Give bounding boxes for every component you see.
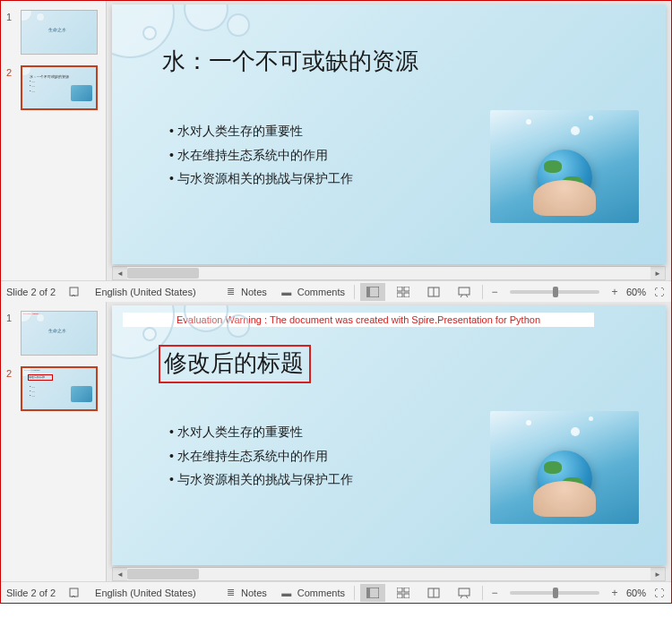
divider (354, 285, 355, 299)
scroll-track[interactable] (127, 568, 650, 580)
bullet-item: 水在维持生态系统中的作用 (169, 143, 353, 167)
status-bar: Slide 2 of 2 English (United States) ≣No… (1, 280, 671, 302)
slide-counter: Slide 2 of 2 (6, 287, 56, 297)
scroll-right-button[interactable]: ► (650, 568, 665, 580)
slideshow-view-button[interactable] (452, 584, 477, 602)
language-indicator[interactable]: English (United States) (95, 287, 196, 297)
workspace: 1 生命之水 2 水：一个不可或缺的资源• ...• ...• ... 水：一个… (1, 1, 671, 280)
slide-title[interactable]: 水：一个不可或缺的资源 (162, 46, 418, 77)
normal-view-button[interactable] (360, 584, 385, 602)
scroll-thumb[interactable] (127, 569, 199, 579)
svg-rect-16 (404, 588, 409, 592)
comments-button[interactable]: ▬Comments (276, 283, 349, 301)
reading-view-button[interactable] (421, 584, 446, 602)
thumbnail-number: 2 (6, 65, 17, 78)
scroll-left-button[interactable]: ◄ (113, 568, 127, 580)
status-bar: Slide 2 of 2 English (United States) ≣No… (1, 581, 671, 603)
scroll-track[interactable] (127, 267, 650, 279)
svg-rect-18 (404, 594, 409, 598)
notes-button[interactable]: ≣Notes (220, 584, 271, 602)
svg-rect-12 (70, 588, 78, 596)
bullet-item: 水对人类生存的重要性 (169, 420, 353, 444)
notes-button[interactable]: ≣Notes (220, 283, 271, 301)
comments-icon: ▬ (280, 586, 294, 600)
comments-button[interactable]: ▬Comments (276, 584, 349, 602)
svg-rect-9 (459, 287, 470, 295)
svg-rect-6 (404, 293, 409, 297)
zoom-slider[interactable] (510, 290, 599, 294)
svg-rect-0 (70, 287, 78, 296)
svg-rect-4 (404, 287, 409, 291)
thumbnail-title-text: 生命之水 (48, 27, 66, 32)
horizontal-scrollbar[interactable]: ◄ ► (112, 266, 666, 280)
zoom-percentage[interactable]: 60% (626, 287, 646, 297)
thumbnail-slide-2[interactable]: 水：一个不可或缺的资源• ...• ...• ... (21, 65, 98, 110)
slide-canvas[interactable]: 水：一个不可或缺的资源 水对人类生存的重要性 水在维持生态系统中的作用 与水资源… (112, 4, 666, 264)
slide-bullets[interactable]: 水对人类生存的重要性 水在维持生态系统中的作用 与水资源相关的挑战与保护工作 (169, 119, 353, 191)
zoom-in-button[interactable]: + (608, 587, 621, 599)
thumbnail-row: 1 Evaluation Warning 生命之水 (6, 311, 100, 356)
hand-graphic (533, 180, 596, 216)
divider (482, 586, 483, 600)
thumbnail-title-highlight: 修改后的标题 (28, 374, 53, 381)
thumbnail-number: 1 (6, 10, 17, 22)
thumbnail-row: 2 Evaluation Warning 修改后的标题 • ...• ...• … (6, 366, 100, 411)
reading-view-button[interactable] (421, 283, 446, 301)
thumbnail-warning-text: Evaluation Warning (23, 313, 95, 314)
spellcheck-icon[interactable] (68, 285, 82, 299)
slide-content-image[interactable] (490, 110, 639, 223)
horizontal-scrollbar[interactable]: ◄ ► (112, 567, 666, 581)
slide-bullets[interactable]: 水对人类生存的重要性 水在维持生态系统中的作用 与水资源相关的挑战与保护工作 (169, 420, 353, 492)
svg-rect-21 (459, 588, 470, 596)
slideshow-view-button[interactable] (452, 283, 477, 301)
thumbnail-warning-text: Evaluation Warning (24, 369, 94, 371)
slide-canvas[interactable]: Evaluation Warning : The document was cr… (112, 305, 666, 565)
svg-rect-3 (397, 287, 402, 291)
svg-rect-17 (397, 594, 402, 598)
slide-content-image[interactable] (490, 411, 639, 524)
zoom-slider[interactable] (510, 591, 599, 595)
zoom-percentage[interactable]: 60% (626, 588, 646, 598)
fit-to-window-button[interactable]: ⛶ (651, 586, 666, 600)
slide-editor-area: 水：一个不可或缺的资源 水对人类生存的重要性 水在维持生态系统中的作用 与水资源… (107, 1, 671, 280)
bullet-item: 与水资源相关的挑战与保护工作 (169, 468, 353, 492)
thumbnail-row: 2 水：一个不可或缺的资源• ...• ...• ... (6, 65, 100, 110)
thumbnail-panel[interactable]: 1 Evaluation Warning 生命之水 2 Evaluation W… (1, 302, 107, 581)
bullet-item: 水对人类生存的重要性 (169, 119, 353, 143)
zoom-slider-handle[interactable] (553, 588, 558, 598)
thumbnail-content-text: 水：一个不可或缺的资源• ...• ...• ... (30, 74, 69, 93)
divider (354, 586, 355, 600)
notes-icon: ≣ (223, 285, 237, 299)
zoom-in-button[interactable]: + (608, 286, 621, 298)
slide-title-highlighted[interactable]: 修改后的标题 (159, 345, 311, 383)
notes-icon: ≣ (223, 586, 237, 600)
slide-sorter-view-button[interactable] (391, 283, 416, 301)
thumbnail-panel[interactable]: 1 生命之水 2 水：一个不可或缺的资源• ...• ...• ... (1, 1, 107, 280)
thumbnail-number: 2 (6, 366, 17, 379)
scroll-left-button[interactable]: ◄ (113, 267, 127, 279)
zoom-slider-handle[interactable] (553, 287, 558, 297)
scroll-thumb[interactable] (127, 268, 199, 279)
thumbnail-slide-1[interactable]: 生命之水 (21, 10, 98, 55)
slide-sorter-view-button[interactable] (391, 584, 416, 602)
thumbnail-slide-2[interactable]: Evaluation Warning 修改后的标题 • ...• ...• ..… (21, 366, 98, 411)
thumbnail-title-text: 生命之水 (48, 328, 66, 333)
zoom-out-button[interactable]: − (488, 587, 501, 599)
thumbnail-slide-1[interactable]: Evaluation Warning 生命之水 (21, 311, 98, 356)
thumbnail-content-text: • ...• ...• ... (30, 384, 35, 399)
fit-to-window-button[interactable]: ⛶ (651, 285, 666, 299)
hand-graphic (533, 481, 596, 517)
workspace: 1 Evaluation Warning 生命之水 2 Evaluation W… (1, 302, 671, 581)
spellcheck-icon[interactable] (68, 586, 82, 600)
powerpoint-instance-modified: 1 Evaluation Warning 生命之水 2 Evaluation W… (0, 302, 672, 604)
thumbnail-image-preview (71, 85, 92, 101)
thumbnail-row: 1 生命之水 (6, 10, 100, 55)
svg-rect-14 (366, 588, 370, 598)
zoom-out-button[interactable]: − (488, 286, 501, 298)
normal-view-button[interactable] (360, 283, 385, 301)
scroll-right-button[interactable]: ► (650, 267, 665, 279)
svg-rect-15 (397, 588, 402, 592)
bullet-item: 水在维持生态系统中的作用 (169, 444, 353, 468)
language-indicator[interactable]: English (United States) (95, 588, 196, 598)
slide-counter: Slide 2 of 2 (6, 588, 56, 598)
